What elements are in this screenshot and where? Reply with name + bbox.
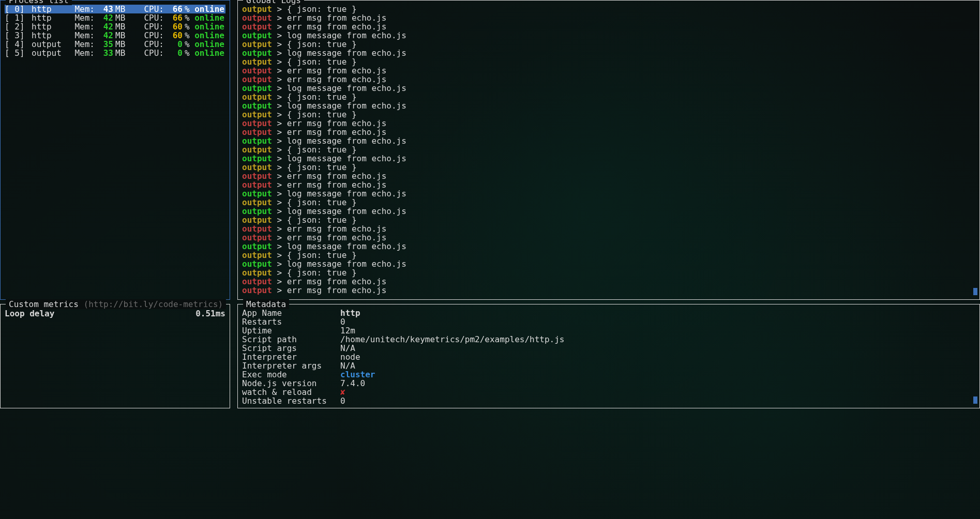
cpu-pct: % (183, 5, 193, 13)
process-row[interactable]: [ 2]httpMem:42MBCPU:60%online (5, 22, 225, 31)
mem-unit: MB (113, 22, 129, 31)
log-line: output > { json: true } (242, 216, 975, 224)
mem-unit: MB (113, 13, 129, 22)
mem-value: 33 (95, 49, 113, 57)
metadata-label: watch & reload (242, 388, 340, 396)
metadata-label: App Name (242, 309, 340, 317)
cpu-label: CPU: (129, 5, 164, 13)
cpu-value: 60 (164, 31, 183, 40)
cpu-pct: % (183, 31, 193, 40)
process-row[interactable]: [ 0]httpMem:43MBCPU:66%online (5, 5, 225, 13)
log-line: output > err msg from echo.js (242, 224, 975, 233)
mem-unit: MB (113, 31, 129, 40)
cpu-value: 66 (164, 5, 183, 13)
log-line: output > log message from echo.js (242, 31, 975, 40)
metadata-label: Uptime (242, 326, 340, 335)
metadata-row: Script path/home/unitech/keymetrics/pm2/… (242, 335, 975, 344)
process-name: http (32, 13, 72, 22)
log-line: output > { json: true } (242, 57, 975, 66)
custom-metrics-panel: Custom metrics (http://bit.ly/code-metri… (0, 304, 230, 408)
process-row[interactable]: [ 3]httpMem:42MBCPU:60%online (5, 31, 225, 40)
metadata-row: Unstable restarts0 (242, 396, 975, 405)
log-source: output (242, 285, 272, 295)
mem-label: Mem: (72, 31, 95, 40)
cpu-label: CPU: (129, 40, 164, 49)
scrollbar-thumb[interactable] (973, 396, 977, 404)
metadata-value: ✘ (340, 388, 345, 396)
process-row[interactable]: [ 1]httpMem:42MBCPU:66%online (5, 13, 225, 22)
metadata-value: 0 (340, 396, 345, 405)
metadata-label: Restarts (242, 317, 340, 326)
process-row[interactable]: [ 4]outputMem:35MBCPU:0%online (5, 40, 225, 49)
cpu-value: 66 (164, 13, 183, 22)
mem-label: Mem: (72, 22, 95, 31)
process-status: online (193, 49, 225, 57)
log-line: output > log message from echo.js (242, 207, 975, 216)
process-status: online (193, 5, 225, 13)
log-line: output > log message from echo.js (242, 260, 975, 268)
log-line: output > err msg from echo.js (242, 233, 975, 242)
cpu-label: CPU: (129, 13, 164, 22)
process-status: online (193, 40, 225, 49)
log-line: output > err msg from echo.js (242, 119, 975, 128)
cpu-label: CPU: (129, 22, 164, 31)
metadata-value: N/A (340, 361, 355, 370)
cpu-pct: % (183, 13, 193, 22)
metadata-panel: Metadata App NamehttpRestarts0Uptime12mS… (237, 304, 980, 408)
metadata-value: /home/unitech/keymetrics/pm2/examples/ht… (340, 335, 564, 344)
log-line: output > { json: true } (242, 40, 975, 49)
metadata-row: Uptime12m (242, 326, 975, 335)
metadata-title-text: Metadata (246, 299, 286, 309)
metadata-list: App NamehttpRestarts0Uptime12mScript pat… (242, 309, 975, 405)
metadata-label: Script args (242, 344, 340, 353)
log-line: output > err msg from echo.js (242, 128, 975, 136)
metadata-title: Metadata (243, 299, 289, 309)
metadata-row: Node.js version7.4.0 (242, 379, 975, 388)
metric-label: Loop delay (5, 309, 54, 318)
metadata-label: Node.js version (242, 379, 340, 388)
cpu-value: 0 (164, 40, 183, 49)
log-line: output > err msg from echo.js (242, 286, 975, 295)
log-line: output > { json: true } (242, 268, 975, 277)
process-list-title-text: Process list (9, 0, 69, 5)
cpu-value: 60 (164, 22, 183, 31)
process-status: online (193, 13, 225, 22)
custom-metrics-title-text: Custom metrics (9, 299, 79, 309)
mem-label: Mem: (72, 40, 95, 49)
process-name: output (32, 40, 72, 49)
cpu-pct: % (183, 22, 193, 31)
cpu-label: CPU: (129, 49, 164, 57)
log-line: output > err msg from echo.js (242, 66, 975, 75)
log-line: output > err msg from echo.js (242, 13, 975, 22)
metadata-row: App Namehttp (242, 309, 975, 317)
metadata-row: watch & reload✘ (242, 388, 975, 396)
metadata-row: Script argsN/A (242, 344, 975, 353)
process-table[interactable]: [ 0]httpMem:43MBCPU:66%online[ 1]httpMem… (5, 5, 225, 57)
mem-value: 42 (95, 31, 113, 40)
log-line: output > err msg from echo.js (242, 75, 975, 84)
process-id: [ 5] (5, 49, 32, 57)
custom-metrics-title: Custom metrics (http://bit.ly/code-metri… (6, 299, 226, 309)
scrollbar-thumb[interactable] (973, 288, 977, 295)
log-line: output > { json: true } (242, 198, 975, 207)
metadata-value: cluster (340, 370, 375, 379)
global-logs-title: Global Logs (243, 0, 304, 5)
mem-value: 35 (95, 40, 113, 49)
log-line: output > log message from echo.js (242, 84, 975, 93)
metadata-value: 12m (340, 326, 355, 335)
metric-value: 0.51ms (195, 309, 225, 318)
process-status: online (193, 22, 225, 31)
metadata-row: Exec modecluster (242, 370, 975, 379)
metadata-label: Exec mode (242, 370, 340, 379)
log-output[interactable]: output > { json: true }output > err msg … (242, 5, 975, 295)
process-id: [ 2] (5, 22, 32, 31)
metadata-label: Unstable restarts (242, 396, 340, 405)
process-row[interactable]: [ 5]outputMem:33MBCPU:0%online (5, 49, 225, 57)
log-line: output > { json: true } (242, 251, 975, 260)
metadata-label: Interpreter args (242, 361, 340, 370)
metadata-value: N/A (340, 344, 355, 353)
metadata-value: 7.4.0 (340, 379, 365, 388)
mem-unit: MB (113, 49, 129, 57)
log-line: output > { json: true } (242, 5, 975, 13)
process-id: [ 3] (5, 31, 32, 40)
